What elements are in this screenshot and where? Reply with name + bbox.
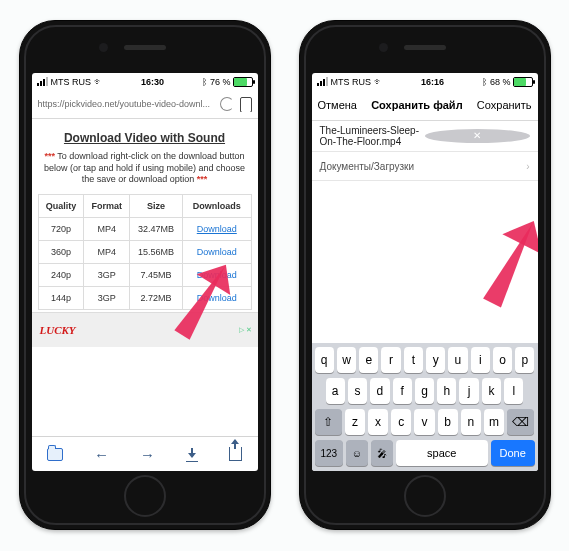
url-bar[interactable]: https://pickvideo.net/youtube-video-down…: [32, 90, 258, 119]
save-dialog-nav: Отмена Сохранить файл Сохранить: [312, 90, 538, 121]
keyboard-row: asdfghjkl: [315, 378, 535, 404]
ad-label: LUCKY: [40, 324, 76, 336]
forward-icon[interactable]: →: [140, 446, 155, 463]
key[interactable]: f: [393, 378, 412, 404]
speaker: [124, 45, 166, 50]
dialog-title: Сохранить файл: [371, 99, 462, 111]
phone-right: MTS RUS ᯤ 16:16 ᛒ 68 % Отмена Сохранить …: [299, 20, 551, 530]
keyboard-row: ⇧ zxcvbnm⌫: [315, 409, 535, 435]
key[interactable]: b: [438, 409, 458, 435]
key[interactable]: r: [381, 347, 400, 373]
carrier: MTS RUS: [51, 77, 92, 87]
key[interactable]: j: [459, 378, 478, 404]
key[interactable]: d: [370, 378, 389, 404]
keyboard-row: 123 ☺ 🎤︎ space Done: [315, 440, 535, 466]
key[interactable]: n: [461, 409, 481, 435]
keyboard-row: qwertyuiop: [315, 347, 535, 373]
status-bar: MTS RUS ᯤ 16:30 ᛒ 76 %: [32, 73, 258, 90]
keyboard: qwertyuiop asdfghjkl ⇧ zxcvbnm⌫ 123 ☺ 🎤︎…: [312, 343, 538, 471]
clear-icon[interactable]: ✕: [425, 129, 530, 143]
key[interactable]: s: [348, 378, 367, 404]
phone-left: MTS RUS ᯤ 16:30 ᛒ 76 % https://pickvideo…: [19, 20, 271, 530]
filename-field[interactable]: The-Lumineers-Sleep-On-The-Floor.mp4 ✕: [312, 121, 538, 152]
chevron-right-icon: ›: [526, 161, 529, 172]
key[interactable]: y: [426, 347, 445, 373]
screen-left: MTS RUS ᯤ 16:30 ᛒ 76 % https://pickvideo…: [32, 73, 258, 471]
key[interactable]: u: [448, 347, 467, 373]
status-bar: MTS RUS ᯤ 16:16 ᛒ 68 %: [312, 73, 538, 90]
url-text: https://pickvideo.net/youtube-video-down…: [38, 99, 214, 109]
key[interactable]: m: [484, 409, 504, 435]
key[interactable]: k: [482, 378, 501, 404]
location-text: Документы/Загрузки: [320, 161, 415, 172]
bookmark-icon[interactable]: [240, 97, 252, 112]
download-link[interactable]: Download: [183, 218, 251, 241]
key[interactable]: c: [391, 409, 411, 435]
speaker: [404, 45, 446, 50]
ad-banner[interactable]: LUCKY ✕: [32, 312, 258, 347]
key[interactable]: p: [515, 347, 534, 373]
battery-icon: [513, 77, 533, 87]
key[interactable]: z: [345, 409, 365, 435]
key[interactable]: g: [415, 378, 434, 404]
key[interactable]: q: [315, 347, 334, 373]
carrier: MTS RUS: [331, 77, 372, 87]
emoji-key[interactable]: ☺: [346, 440, 368, 466]
bluetooth-icon: ᛒ: [482, 77, 487, 87]
wifi-icon: ᯤ: [374, 77, 383, 87]
screen-right: MTS RUS ᯤ 16:16 ᛒ 68 % Отмена Сохранить …: [312, 73, 538, 471]
key[interactable]: e: [359, 347, 378, 373]
files-icon[interactable]: [47, 448, 63, 461]
adchoices-icon[interactable]: ✕: [239, 326, 252, 334]
cancel-button[interactable]: Отмена: [318, 99, 357, 111]
key[interactable]: h: [437, 378, 456, 404]
key[interactable]: o: [493, 347, 512, 373]
note-text: *** To download right-click on the downl…: [40, 151, 250, 186]
download-icon[interactable]: [186, 448, 198, 460]
backspace-key[interactable]: ⌫: [507, 409, 534, 435]
key[interactable]: v: [414, 409, 434, 435]
mic-key[interactable]: 🎤︎: [371, 440, 393, 466]
clock: 16:16: [383, 77, 482, 87]
battery-pct: 76 %: [210, 77, 231, 87]
bluetooth-icon: ᛒ: [202, 77, 207, 87]
clock: 16:30: [103, 77, 202, 87]
battery-icon: [233, 77, 253, 87]
key[interactable]: a: [326, 378, 345, 404]
bottom-toolbar: ← →: [32, 436, 258, 471]
back-icon[interactable]: ←: [94, 446, 109, 463]
home-button[interactable]: [124, 475, 166, 517]
share-icon[interactable]: [229, 447, 242, 461]
table-header-row: Quality Format Size Downloads: [38, 195, 251, 218]
space-key[interactable]: space: [396, 440, 488, 466]
filename-text: The-Lumineers-Sleep-On-The-Floor.mp4: [320, 125, 425, 147]
battery-pct: 68 %: [490, 77, 511, 87]
save-button[interactable]: Сохранить: [477, 99, 532, 111]
key[interactable]: t: [404, 347, 423, 373]
key[interactable]: x: [368, 409, 388, 435]
camera: [99, 43, 108, 52]
wifi-icon: ᯤ: [94, 77, 103, 87]
page-title: Download Video with Sound: [38, 131, 252, 145]
location-row[interactable]: Документы/Загрузки ›: [312, 152, 538, 181]
signal-icon: [37, 77, 48, 86]
key[interactable]: w: [337, 347, 356, 373]
key[interactable]: i: [471, 347, 490, 373]
home-button[interactable]: [404, 475, 446, 517]
camera: [379, 43, 388, 52]
done-key[interactable]: Done: [491, 440, 535, 466]
key[interactable]: l: [504, 378, 523, 404]
signal-icon: [317, 77, 328, 86]
numeric-key[interactable]: 123: [315, 440, 343, 466]
shift-key[interactable]: ⇧: [315, 409, 342, 435]
reload-icon[interactable]: [220, 97, 234, 111]
